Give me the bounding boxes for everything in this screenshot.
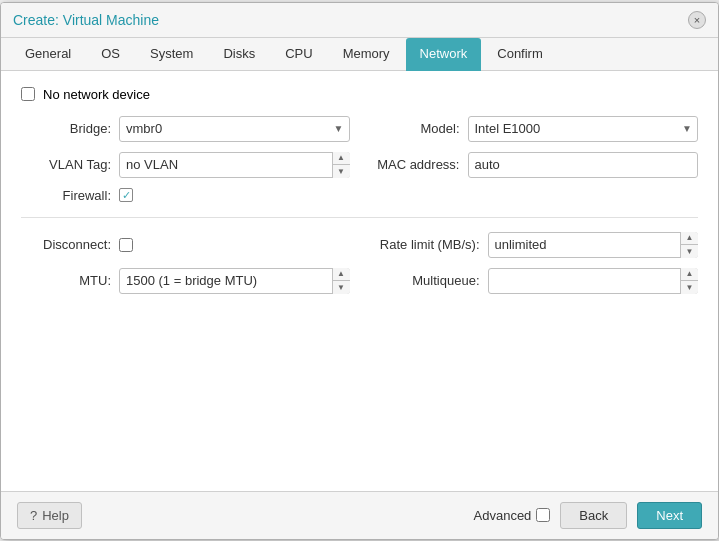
multiqueue-input[interactable] [488,268,699,294]
rate-spinner-down[interactable]: ▼ [681,245,698,258]
disconnect-checkbox[interactable] [119,238,133,252]
tab-general[interactable]: General [11,38,85,71]
advanced-label: Advanced [474,508,551,523]
rate-label: Rate limit (MB/s): [370,237,480,252]
footer: ? Help Advanced Back Next [1,491,718,539]
bridge-row: Bridge: vmbr0 ▼ [21,116,350,142]
mtu-spinner-up[interactable]: ▲ [333,268,350,282]
advanced-text: Advanced [474,508,532,523]
multiqueue-spinner-up[interactable]: ▲ [681,268,698,282]
firewall-label: Firewall: [21,188,111,203]
bridge-label: Bridge: [21,121,111,136]
no-network-checkbox[interactable] [21,87,35,101]
rate-spinner-wrapper: ▲ ▼ [488,232,699,258]
mtu-row: MTU: ▲ ▼ [21,268,350,294]
tab-cpu[interactable]: CPU [271,38,326,71]
multiqueue-spinner-wrapper: ▲ ▼ [488,268,699,294]
no-network-label: No network device [43,87,150,102]
model-select-wrapper: Intel E1000 ▼ [468,116,699,142]
title-bar: Create: Virtual Machine × [1,3,718,38]
tab-disks[interactable]: Disks [209,38,269,71]
model-label: Model: [370,121,460,136]
rate-spinner-up[interactable]: ▲ [681,232,698,246]
close-button[interactable]: × [688,11,706,29]
divider [21,217,698,218]
no-network-row: No network device [21,87,698,102]
vlan-spinner-wrapper: ▲ ▼ [119,152,350,178]
back-button[interactable]: Back [560,502,627,529]
tab-system[interactable]: System [136,38,207,71]
tab-os[interactable]: OS [87,38,134,71]
footer-right: Advanced Back Next [474,502,702,529]
vlan-row: VLAN Tag: ▲ ▼ [21,152,350,178]
help-label: Help [42,508,69,523]
multiqueue-label: Multiqueue: [370,273,480,288]
disconnect-label: Disconnect: [21,237,111,252]
mtu-spinner-wrapper: ▲ ▼ [119,268,350,294]
next-button[interactable]: Next [637,502,702,529]
mac-row: MAC address: [370,152,699,178]
rate-row: Rate limit (MB/s): ▲ ▼ [370,232,699,258]
advanced-checkbox[interactable] [536,508,550,522]
form-grid: Bridge: vmbr0 ▼ Model: Intel E1000 ▼ [21,116,698,203]
vlan-spinner-up[interactable]: ▲ [333,152,350,166]
bridge-select-wrapper: vmbr0 ▼ [119,116,350,142]
help-button[interactable]: ? Help [17,502,82,529]
multiqueue-spinner-arrows: ▲ ▼ [680,268,698,294]
mac-input[interactable] [468,152,699,178]
tab-network[interactable]: Network [406,38,482,71]
form-content: No network device Bridge: vmbr0 ▼ Model: [1,71,718,491]
tab-memory[interactable]: Memory [329,38,404,71]
vlan-spinner-down[interactable]: ▼ [333,165,350,178]
mtu-label: MTU: [21,273,111,288]
firewall-row: Firewall: ✓ [21,188,350,203]
bridge-select[interactable]: vmbr0 [119,116,350,142]
vlan-label: VLAN Tag: [21,157,111,172]
disconnect-row: Disconnect: [21,232,350,258]
rate-input[interactable] [488,232,699,258]
tab-bar: General OS System Disks CPU Memory Netwo… [1,38,718,71]
mtu-spinner-down[interactable]: ▼ [333,281,350,294]
vlan-input[interactable] [119,152,350,178]
dialog-title: Create: Virtual Machine [13,12,159,28]
model-select[interactable]: Intel E1000 [468,116,699,142]
multiqueue-spinner-down[interactable]: ▼ [681,281,698,294]
firewall-checkbox[interactable]: ✓ [119,188,133,202]
rate-spinner-arrows: ▲ ▼ [680,232,698,258]
mtu-input[interactable] [119,268,350,294]
model-row: Model: Intel E1000 ▼ [370,116,699,142]
help-icon: ? [30,508,37,523]
form-grid-2: Disconnect: Rate limit (MB/s): ▲ ▼ MTU: [21,232,698,294]
create-vm-dialog: Create: Virtual Machine × General OS Sys… [0,2,719,540]
multiqueue-row: Multiqueue: ▲ ▼ [370,268,699,294]
mac-label: MAC address: [370,157,460,172]
vlan-spinner-arrows: ▲ ▼ [332,152,350,178]
empty-right-1 [370,188,699,203]
tab-confirm[interactable]: Confirm [483,38,557,71]
mtu-spinner-arrows: ▲ ▼ [332,268,350,294]
